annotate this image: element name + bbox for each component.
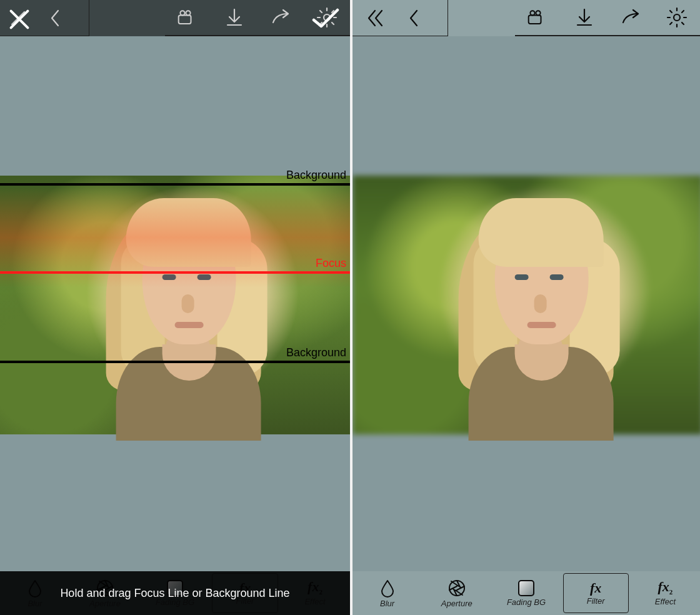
svg-point-5 (186, 11, 190, 15)
left-pane: Background Focus Background Blur Apertur… (0, 0, 350, 615)
back-button[interactable] (395, 0, 434, 36)
svg-point-16 (674, 14, 680, 21)
svg-marker-3 (191, 15, 198, 24)
video-button[interactable] (515, 0, 561, 36)
tool-blur-label: Blur (380, 599, 394, 608)
share-button[interactable] (258, 0, 304, 36)
photo-canvas-left[interactable] (0, 176, 350, 434)
focus-line[interactable] (0, 271, 350, 274)
tool-fading-label: Fading BG (507, 598, 546, 607)
svg-marker-11 (541, 15, 548, 24)
tool-effect[interactable]: fx2 Effect (631, 571, 700, 615)
tool-filter-label: Filter (587, 596, 605, 606)
fading-square-icon (518, 580, 534, 596)
tool-effect-label: Effect (655, 597, 676, 606)
background-line-bottom[interactable] (0, 361, 350, 363)
drop-icon (378, 579, 397, 598)
back-button[interactable] (36, 0, 75, 36)
cancel-edit-button[interactable] (6, 6, 32, 32)
check-icon (310, 8, 340, 30)
toolbar-right-group (515, 0, 700, 36)
share-button[interactable] (608, 0, 654, 36)
gear-icon (666, 6, 688, 29)
photo-subject (78, 176, 290, 434)
download-icon (223, 6, 246, 29)
hint-overlay: Hold and drag Focus Line or Background L… (0, 571, 350, 615)
fx-icon: fx (590, 581, 601, 595)
photo-canvas-right[interactable] (352, 176, 700, 434)
settings-button[interactable] (654, 0, 700, 36)
double-chevron-left-icon (364, 7, 387, 29)
share-icon (619, 6, 642, 29)
tool-filter[interactable]: fx Filter (561, 571, 631, 615)
tool-aperture-label: Aperture (441, 599, 472, 608)
chevron-left-icon (403, 7, 426, 29)
toolbar-left-group (352, 0, 448, 36)
video-button[interactable] (165, 0, 211, 36)
download-button[interactable] (561, 0, 608, 36)
svg-rect-10 (529, 15, 541, 24)
download-icon (573, 6, 596, 29)
first-button[interactable] (356, 0, 395, 36)
confirm-edit-button[interactable] (310, 8, 340, 30)
top-toolbar-left (0, 0, 350, 36)
svg-point-13 (536, 11, 540, 15)
bottom-toolbar-right: Blur Aperture Fading BG fx Filter fx2 Ef… (352, 571, 700, 615)
share-icon (269, 6, 292, 29)
tool-blur[interactable]: Blur (352, 571, 422, 615)
top-toolbar-right (352, 0, 700, 36)
download-button[interactable] (211, 0, 258, 36)
svg-point-12 (530, 11, 534, 15)
svg-point-17 (449, 581, 464, 596)
aperture-icon (448, 579, 466, 598)
photo-subject (430, 176, 642, 434)
right-pane: Blur Aperture Fading BG fx Filter fx2 Ef… (350, 0, 700, 615)
hint-text: Hold and drag Focus Line or Background L… (60, 587, 289, 600)
chevron-left-icon (44, 7, 67, 29)
svg-point-4 (180, 11, 184, 15)
svg-rect-2 (179, 15, 191, 24)
tool-aperture[interactable]: Aperture (422, 571, 491, 615)
video-camera-icon (177, 6, 199, 29)
background-line-top[interactable] (0, 183, 350, 186)
video-camera-icon (527, 6, 549, 29)
tool-fading-bg[interactable]: Fading BG (491, 571, 561, 615)
fx2-icon: fx2 (658, 580, 673, 596)
